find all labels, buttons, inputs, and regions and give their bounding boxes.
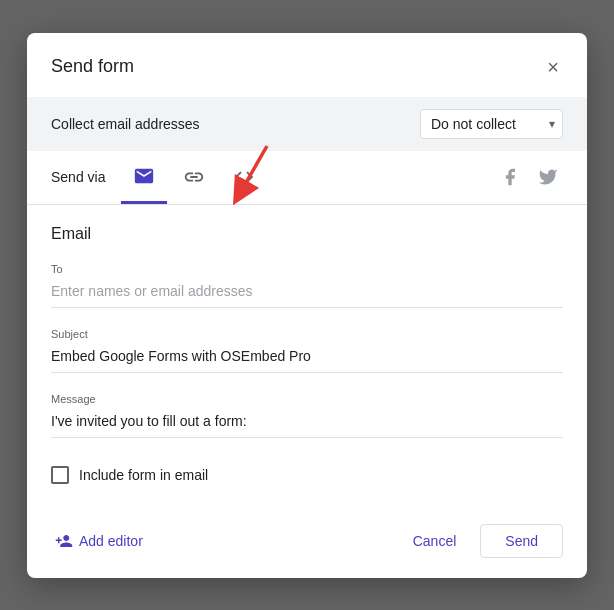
modal-body: Email To Subject Message Include form in… (27, 205, 587, 512)
message-input[interactable] (51, 409, 563, 438)
collect-email-label: Collect email addresses (51, 116, 200, 132)
message-label: Message (51, 393, 563, 405)
subject-label: Subject (51, 328, 563, 340)
send-via-label: Send via (51, 153, 105, 201)
to-field-group: To (51, 263, 563, 308)
twitter-icon[interactable] (533, 162, 563, 192)
close-button[interactable]: × (543, 53, 563, 81)
tab-link[interactable] (171, 152, 217, 202)
subject-field-group: Subject (51, 328, 563, 373)
modal-header: Send form × (27, 33, 587, 97)
message-field-group: Message (51, 393, 563, 438)
facebook-icon[interactable] (495, 162, 525, 192)
to-label: To (51, 263, 563, 275)
tab-email[interactable] (121, 151, 167, 204)
email-section-title: Email (51, 225, 563, 243)
social-icons (495, 162, 563, 192)
link-icon (183, 166, 205, 188)
collect-select-wrapper: Do not collect Verified Responder input (420, 109, 563, 139)
include-form-row: Include form in email (51, 458, 563, 492)
send-via-tabs (121, 151, 267, 204)
include-form-checkbox[interactable] (51, 466, 69, 484)
send-button[interactable]: Send (480, 524, 563, 558)
cancel-button[interactable]: Cancel (397, 525, 473, 557)
to-input[interactable] (51, 279, 563, 308)
include-form-label: Include form in email (79, 467, 208, 483)
modal-footer: Add editor Cancel Send (27, 512, 587, 578)
modal-title: Send form (51, 56, 134, 77)
tab-embed[interactable] (221, 152, 267, 202)
embed-icon (233, 166, 255, 188)
collect-email-row: Collect email addresses Do not collect V… (27, 97, 587, 151)
send-form-modal: Send form × Collect email addresses Do n… (27, 33, 587, 578)
add-person-icon (55, 532, 73, 550)
footer-actions: Cancel Send (397, 524, 563, 558)
send-via-row: Send via (27, 151, 587, 205)
subject-input[interactable] (51, 344, 563, 373)
add-editor-button[interactable]: Add editor (51, 524, 147, 558)
email-icon (133, 165, 155, 187)
collect-email-select[interactable]: Do not collect Verified Responder input (420, 109, 563, 139)
